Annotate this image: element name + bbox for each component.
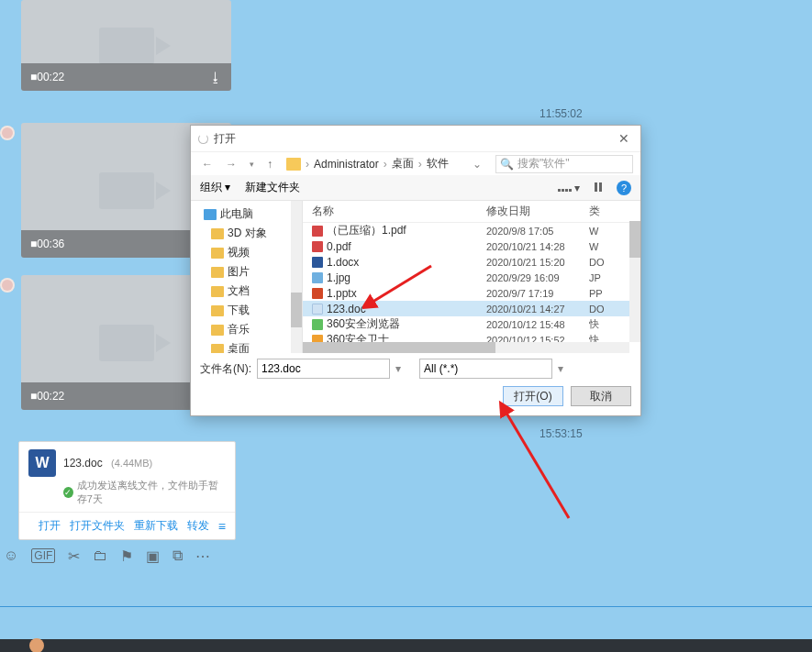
image-icon[interactable]: ▣ [146, 547, 160, 565]
file-list-vscrollbar[interactable] [629, 221, 640, 342]
scissors-icon[interactable]: ✂ [68, 547, 80, 565]
folder-icon [286, 158, 301, 171]
flag-icon[interactable]: ⚑ [120, 547, 133, 565]
file-row-date: 2020/9/29 16:09 [486, 272, 589, 283]
file-row-date: 2020/10/21 14:27 [486, 304, 589, 315]
filter-dropdown-icon[interactable]: ▾ [558, 362, 563, 375]
tree-desktop[interactable]: 桌面 [191, 339, 302, 353]
column-header-type[interactable]: 类 [589, 204, 640, 219]
search-icon: 🔍 [500, 158, 514, 171]
video-message-1[interactable]: ■ 00:22 ⭳ [21, 0, 231, 91]
breadcrumb-desktop[interactable]: 桌面 [392, 156, 414, 171]
tree-pictures[interactable]: 图片 [191, 262, 302, 282]
filename-dropdown-icon[interactable]: ▾ [395, 362, 401, 375]
tree-3d-objects[interactable]: 3D 对象 [191, 224, 302, 243]
screen-capture-icon[interactable]: ⧉ [172, 547, 183, 564]
file-type-icon [312, 241, 323, 252]
file-row-date: 2020/9/8 17:05 [486, 226, 589, 237]
breadcrumb-admin[interactable]: Administrator [314, 158, 379, 171]
nav-back-icon[interactable]: ← [198, 158, 217, 171]
avatar[interactable] [0, 126, 15, 140]
dialog-icon [198, 134, 208, 144]
tree-downloads[interactable]: 下载 [191, 301, 302, 320]
chat-timestamp: 11:55:02 [539, 107, 583, 120]
file-name: 123.doc [63, 457, 103, 470]
tree-documents[interactable]: 文档 [191, 282, 302, 301]
file-row-date: 2020/10/21 14:28 [486, 241, 589, 252]
search-placeholder: 搜索"软件" [517, 156, 570, 171]
file-row-date: 2020/10/12 15:48 [486, 319, 589, 330]
file-list: 名称 修改日期 类 （已压缩）1.pdf2020/9/8 17:05W0.pdf… [303, 201, 640, 353]
column-header-modified[interactable]: 修改日期 [486, 204, 589, 219]
open-file-dialog: 打开 ✕ ← → ▾ ↑ › Administrator › 桌面 › 软件 ⌄… [190, 125, 641, 416]
tree-this-pc[interactable]: 此电脑 [191, 204, 302, 224]
file-row-name: （已压缩）1.pdf [327, 223, 406, 238]
file-row-name: 123.doc [327, 303, 366, 315]
tree-videos[interactable]: 视频 [191, 243, 302, 262]
breadcrumb-software[interactable]: 软件 [427, 156, 449, 171]
file-open-link[interactable]: 打开 [39, 518, 61, 534]
gif-icon[interactable]: GIF [31, 548, 55, 563]
view-mode-icon[interactable]: ▾ [558, 182, 580, 194]
file-row[interactable]: （已压缩）1.pdf2020/9/8 17:05W [303, 223, 640, 238]
file-type-icon [312, 288, 323, 299]
file-list-hscrollbar[interactable] [303, 342, 629, 353]
video-camera-icon: ■ [30, 238, 37, 250]
nav-forward-icon[interactable]: → [222, 158, 240, 171]
success-check-icon: ✓ [63, 487, 73, 498]
open-button[interactable]: 打开(O) [503, 386, 563, 406]
folder-icon[interactable]: 🗀 [93, 547, 107, 564]
file-row[interactable]: 360安全浏览器2020/10/12 15:48快 [303, 316, 640, 332]
chat-area-divider [0, 606, 812, 607]
dialog-search-input[interactable]: 🔍 搜索"软件" [495, 155, 633, 173]
video-duration: 00:22 [37, 390, 64, 403]
filename-input[interactable] [257, 359, 390, 379]
file-type-icon [312, 257, 323, 268]
file-type-icon [312, 304, 323, 315]
file-status-text: 成功发送离线文件，文件助手暂存7天 [77, 479, 226, 506]
tree-scrollbar[interactable] [291, 201, 302, 353]
column-header-name[interactable]: 名称 [303, 204, 486, 219]
file-open-folder-link[interactable]: 打开文件夹 [70, 518, 125, 534]
file-row-name: 1.pptx [327, 287, 357, 300]
dialog-title: 打开 [214, 131, 236, 147]
file-message-card: W 123.doc (4.44MB) ✓ 成功发送离线文件，文件助手暂存7天 打… [18, 441, 236, 540]
organize-button[interactable]: 组织 ▾ [200, 180, 230, 195]
file-type-icon [312, 272, 323, 283]
video-duration: 00:22 [37, 71, 64, 83]
file-redownload-link[interactable]: 重新下载 [134, 518, 178, 534]
tree-music[interactable]: 音乐 [191, 320, 302, 339]
file-row[interactable]: 0.pdf2020/10/21 14:28W [303, 238, 640, 254]
nav-recent-icon[interactable]: ▾ [246, 160, 258, 169]
taskbar[interactable] [0, 639, 812, 652]
taskbar-app-icon[interactable] [29, 638, 44, 652]
file-row[interactable]: 123.doc2020/10/21 14:27DO [303, 301, 640, 316]
video-duration: 00:36 [37, 238, 64, 250]
file-more-icon[interactable]: ≡ [218, 519, 226, 534]
avatar[interactable] [0, 278, 15, 293]
file-row-name: 0.pdf [327, 240, 351, 253]
nav-up-icon[interactable]: ↑ [263, 158, 276, 171]
file-filter-select[interactable] [419, 359, 552, 379]
file-forward-link[interactable]: 转发 [187, 518, 209, 534]
new-folder-button[interactable]: 新建文件夹 [245, 180, 300, 195]
close-icon[interactable]: ✕ [615, 131, 633, 146]
svg-line-1 [505, 410, 569, 518]
preview-pane-icon[interactable] [595, 182, 602, 194]
breadcrumb-dropdown-icon[interactable]: ⌄ [473, 158, 482, 171]
file-row[interactable]: 1.jpg2020/9/29 16:09JP [303, 270, 640, 285]
file-row-name: 360安全浏览器 [327, 316, 400, 332]
file-row-date: 2020/10/21 15:20 [486, 257, 589, 268]
download-icon[interactable]: ⭳ [209, 70, 222, 84]
file-type-icon [312, 319, 323, 330]
more-icon[interactable]: ⋯ [195, 547, 210, 565]
breadcrumb-bar[interactable]: › Administrator › 桌面 › 软件 ⌄ [282, 154, 490, 173]
help-icon[interactable]: ? [617, 181, 631, 195]
emoji-icon[interactable]: ☺ [4, 547, 18, 564]
file-row[interactable]: 1.pptx2020/9/7 17:19PP [303, 285, 640, 301]
chat-timestamp: 15:53:15 [539, 427, 583, 440]
file-row-date: 2020/9/7 17:19 [486, 288, 589, 299]
word-file-icon: W [28, 449, 56, 477]
cancel-button[interactable]: 取消 [571, 386, 631, 406]
file-row[interactable]: 1.docx2020/10/21 15:20DO [303, 254, 640, 270]
